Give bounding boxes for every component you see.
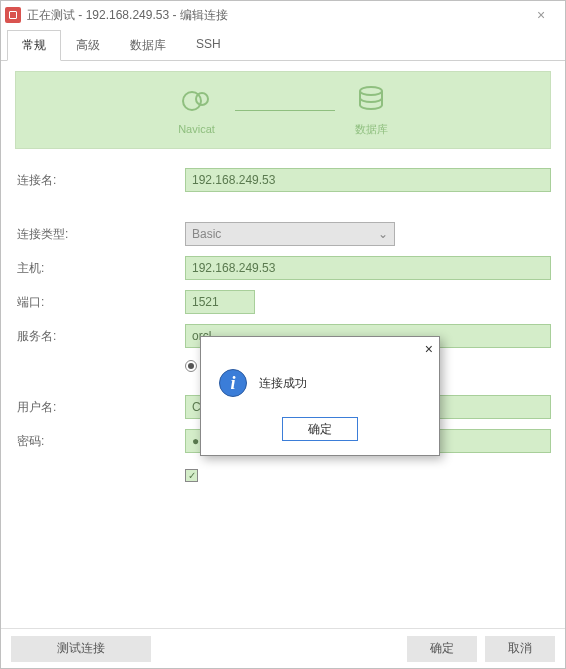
row-port: 端口:	[15, 289, 551, 315]
tab-bar: 常规 高级 数据库 SSH	[1, 29, 565, 61]
tab-advanced[interactable]: 高级	[61, 30, 115, 61]
conn-type-value: Basic	[192, 227, 221, 241]
dialog-message: 连接成功	[259, 375, 307, 392]
tab-database[interactable]: 数据库	[115, 30, 181, 61]
row-host: 主机:	[15, 255, 551, 281]
tab-general[interactable]: 常规	[7, 30, 61, 61]
chevron-down-icon: ⌄	[378, 227, 388, 241]
conn-type-label: 连接类型:	[15, 226, 185, 243]
password-label: 密码:	[15, 433, 185, 450]
username-label: 用户名:	[15, 399, 185, 416]
navicat-icon: Navicat	[178, 85, 215, 135]
info-icon: i	[219, 369, 247, 397]
dialog-titlebar: ×	[201, 337, 439, 361]
port-label: 端口:	[15, 294, 185, 311]
save-password-checkbox[interactable]: ✓	[185, 469, 198, 482]
service-label: 服务名:	[15, 328, 185, 345]
dialog-close-button[interactable]: ×	[425, 341, 433, 357]
window-close-button[interactable]: ×	[521, 7, 561, 23]
edit-connection-window: 正在测试 - 192.168.249.53 - 编辑连接 × 常规 高级 数据库…	[0, 0, 566, 669]
conn-name-label: 连接名:	[15, 172, 185, 189]
check-icon: ✓	[188, 470, 196, 481]
dialog-buttons: 确定	[201, 413, 439, 455]
footer: 测试连接 确定 取消	[1, 628, 565, 668]
host-input[interactable]	[185, 256, 551, 280]
database-label: 数据库	[355, 122, 388, 137]
dialog-body: i 连接成功	[201, 361, 439, 413]
row-conn-type: 连接类型: Basic ⌄	[15, 221, 551, 247]
connection-line	[235, 110, 335, 111]
database-icon: 数据库	[355, 84, 388, 137]
conn-type-select[interactable]: Basic ⌄	[185, 222, 395, 246]
dialog-ok-button[interactable]: 确定	[282, 417, 358, 441]
conn-name-input[interactable]	[185, 168, 551, 192]
host-label: 主机:	[15, 260, 185, 277]
navicat-label: Navicat	[178, 123, 215, 135]
radio-icon	[185, 360, 197, 372]
row-save-password: ✓	[15, 462, 551, 488]
message-dialog: × i 连接成功 确定	[200, 336, 440, 456]
tab-ssh[interactable]: SSH	[181, 30, 236, 61]
connection-banner: Navicat 数据库	[15, 71, 551, 149]
window-title: 正在测试 - 192.168.249.53 - 编辑连接	[27, 7, 521, 24]
app-icon	[5, 7, 21, 23]
test-connection-button[interactable]: 测试连接	[11, 636, 151, 662]
ok-button[interactable]: 确定	[407, 636, 477, 662]
svg-point-1	[196, 93, 208, 105]
cancel-button[interactable]: 取消	[485, 636, 555, 662]
port-input[interactable]	[185, 290, 255, 314]
row-conn-name: 连接名:	[15, 167, 551, 193]
titlebar: 正在测试 - 192.168.249.53 - 编辑连接 ×	[1, 1, 565, 29]
svg-point-2	[360, 87, 382, 95]
